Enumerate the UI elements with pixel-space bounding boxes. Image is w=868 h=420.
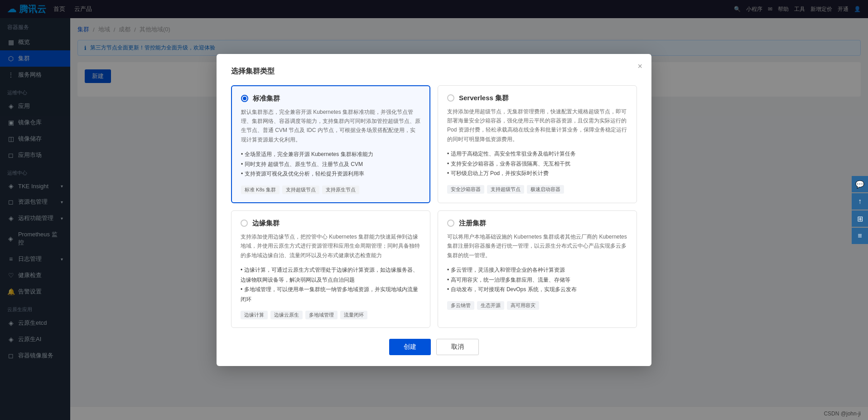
- modal-close-button[interactable]: ×: [637, 62, 642, 70]
- float-btn-chat[interactable]: 💬: [852, 176, 868, 192]
- modal-overlay[interactable]: 选择集群类型 × 标准集群 默认集群形态，完全兼容开源 Kubernetes 集…: [0, 0, 868, 420]
- option-header-registered: 注册集群: [447, 219, 627, 228]
- tag-serverless-3: 极速启动容器: [527, 185, 564, 194]
- cluster-option-registered[interactable]: 注册集群 可以将用户本地基础设施的 Kubernetes 集群或者其他云厂商的 …: [438, 210, 637, 328]
- bullet-serverless-2: 支持安全沙箱容器，业务容器强隔离、无互相干扰: [447, 159, 627, 169]
- tag-edge-2: 边缘云原生: [270, 311, 303, 319]
- bullet-standard-1: 全场景适用，完全兼容开源 Kubernetes 集群标准能力: [241, 150, 420, 160]
- option-header-edge: 边缘集群: [241, 219, 421, 228]
- tag-registered-3: 高可用容灾: [507, 301, 539, 310]
- option-bullets-serverless: 适用于高稳定性、高安全性常驻业务及临时计算任务 支持安全沙箱容器，业务容器强隔离…: [447, 149, 627, 179]
- cluster-option-serverless[interactable]: Serverless 集群 支持添加使用超级节点，无集群管理费用，快速配置大规格…: [438, 85, 637, 203]
- bullet-standard-2: 同时支持 超级节点、原生节点、注册节点及 CVM: [241, 160, 420, 170]
- cluster-option-edge[interactable]: 边缘集群 支持添加使用边缘节点，把控管中心 Kubernetes 集群能力快速延…: [231, 210, 430, 328]
- option-tags-registered: 多云纳管 生态开源 高可用容灾: [447, 301, 627, 310]
- modal-footer: 创建 取消: [231, 339, 637, 355]
- option-title-registered: 注册集群: [459, 219, 486, 228]
- option-desc-serverless: 支持添加使用超级节点，无集群管理费用，快速配置大规格超级节点，即可部署海量安全沙…: [447, 107, 627, 144]
- option-title-serverless: Serverless 集群: [459, 94, 509, 103]
- option-title-standard: 标准集群: [253, 94, 280, 103]
- option-tags-standard: 标准 K8s 集群 支持超级节点 支持原生节点: [241, 186, 420, 194]
- tag-edge-4: 流量闭环: [340, 311, 367, 319]
- bullet-registered-2: 高可用容灾，统一治理多集群应用、流量、存储等: [447, 275, 627, 285]
- float-btn-menu[interactable]: ≡: [852, 228, 868, 244]
- modal-create-button[interactable]: 创建: [389, 339, 431, 355]
- option-desc-standard: 默认集群形态，完全兼容开源 Kubernetes 集群标准功能，并强化节点管理、…: [241, 107, 420, 145]
- float-btn-share[interactable]: ↑: [852, 193, 868, 210]
- option-desc-registered: 可以将用户本地基础设施的 Kubernetes 集群或者其他云厂商的 Kuber…: [447, 232, 627, 260]
- tag-serverless-1: 安全沙箱容器: [447, 185, 484, 194]
- radio-serverless: [447, 94, 454, 102]
- bullet-edge-1: 边缘计算，可通过云原生方式管理处于边缘的计算资源，如边缘服务器、边缘物联网设备等…: [241, 265, 421, 285]
- bullet-standard-3: 支持资源可视化及优化分析，轻松提升资源利用率: [241, 169, 420, 179]
- radio-standard: [241, 95, 248, 102]
- cluster-option-standard[interactable]: 标准集群 默认集群形态，完全兼容开源 Kubernetes 集群标准功能，并强化…: [231, 85, 430, 203]
- cluster-options-grid: 标准集群 默认集群形态，完全兼容开源 Kubernetes 集群标准功能，并强化…: [231, 85, 637, 328]
- option-tags-edge: 边缘计算 边缘云原生 多地域管理 流量闭环: [241, 311, 421, 319]
- option-bullets-edge: 边缘计算，可通过云原生方式管理处于边缘的计算资源，如边缘服务器、边缘物联网设备等…: [241, 265, 421, 304]
- radio-registered: [447, 220, 454, 227]
- radio-edge: [241, 220, 248, 227]
- cluster-type-modal: 选择集群类型 × 标准集群 默认集群形态，完全兼容开源 Kubernetes 集…: [217, 54, 651, 366]
- option-bullets-standard: 全场景适用，完全兼容开源 Kubernetes 集群标准能力 同时支持 超级节点…: [241, 150, 420, 179]
- bullet-serverless-3: 可秒级启动上万 Pod，并按实际时长计费: [447, 169, 627, 179]
- bullet-registered-3: 自动发布，可对接现有 DevOps 系统，实现多云发布: [447, 285, 627, 295]
- tag-edge-1: 边缘计算: [241, 311, 268, 319]
- option-header-standard: 标准集群: [241, 94, 420, 103]
- bullet-registered-1: 多云管理，灵活接入和管理企业的各种计算资源: [447, 265, 627, 275]
- option-bullets-registered: 多云管理，灵活接入和管理企业的各种计算资源 高可用容灾，统一治理多集群应用、流量…: [447, 265, 627, 295]
- bullet-serverless-1: 适用于高稳定性、高安全性常驻业务及临时计算任务: [447, 149, 627, 159]
- modal-title: 选择集群类型: [231, 67, 637, 76]
- option-title-edge: 边缘集群: [252, 219, 280, 228]
- float-btn-layout[interactable]: ⊞: [852, 210, 868, 227]
- tag-standard-2: 支持超级节点: [282, 186, 319, 194]
- tag-registered-2: 生态开源: [477, 301, 504, 310]
- tag-standard-3: 支持原生节点: [322, 186, 359, 194]
- tag-standard-1: 标准 K8s 集群: [241, 186, 280, 194]
- tag-serverless-2: 支持超级节点: [487, 185, 524, 194]
- option-header-serverless: Serverless 集群: [447, 94, 627, 103]
- option-tags-serverless: 安全沙箱容器 支持超级节点 极速启动容器: [447, 185, 627, 194]
- right-float-panel: 💬 ↑ ⊞ ≡: [852, 176, 868, 244]
- option-desc-edge: 支持添加使用边缘节点，把控管中心 Kubernetes 集群能力快速延伸到边缘地…: [241, 232, 421, 260]
- bullet-edge-2: 多地域管理，可以便用单一集群统一纳管多地域资源，并实现地域内流量闭环: [241, 285, 421, 304]
- modal-cancel-button[interactable]: 取消: [436, 339, 479, 355]
- tag-registered-1: 多云纳管: [447, 301, 474, 310]
- tag-edge-3: 多地域管理: [305, 311, 338, 319]
